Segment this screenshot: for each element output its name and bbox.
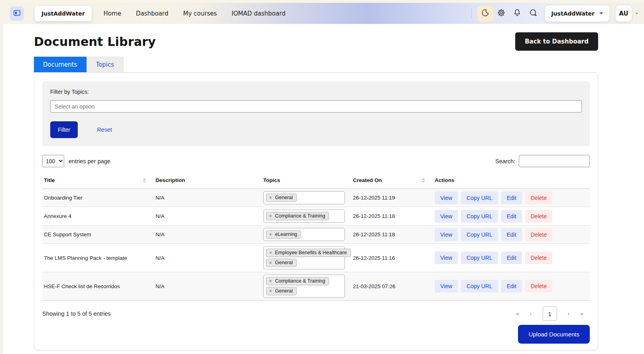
column-header-title[interactable]: Title xyxy=(42,173,154,189)
remove-tag-icon[interactable]: × xyxy=(269,195,272,200)
document-title: HSE-F Check list de Recorridos xyxy=(42,272,154,301)
back-to-dashboard-button[interactable]: Back to Dashboard xyxy=(515,32,598,51)
bell-icon xyxy=(513,8,522,18)
tab-documents[interactable]: Documents xyxy=(34,57,87,72)
document-actions: ViewCopy URLEditDelete xyxy=(433,207,590,225)
tab-topics[interactable]: Topics xyxy=(87,57,124,72)
delete-button[interactable]: Delete xyxy=(525,210,552,223)
view-button[interactable]: View xyxy=(435,280,458,293)
document-actions: ViewCopy URLEditDelete xyxy=(433,225,590,244)
topic-tag-label: Compliance & Training xyxy=(275,213,325,219)
avatar[interactable]: AU xyxy=(616,6,632,22)
table-row: HSE-F Check list de RecorridosN/A×Compli… xyxy=(42,272,590,301)
search-input[interactable] xyxy=(519,155,590,167)
remove-tag-icon[interactable]: × xyxy=(269,214,272,218)
edit-button[interactable]: Edit xyxy=(501,210,522,223)
topic-tag-label: Employee Benefits & Healthcare xyxy=(275,250,347,255)
table-row: Annexure 4N/A×Compliance & Training26-12… xyxy=(42,207,590,225)
topic-tag: ×General xyxy=(266,194,297,202)
view-button[interactable]: View xyxy=(435,228,458,241)
edit-button[interactable]: Edit xyxy=(501,192,522,204)
document-title: CE Support System xyxy=(42,225,154,244)
nav-link-my-courses[interactable]: My courses xyxy=(183,10,217,17)
topic-tag: ×Compliance & Training xyxy=(266,212,329,220)
pagination-page-1-button[interactable]: 1 xyxy=(543,307,557,321)
chat-icon xyxy=(529,8,538,19)
topics-select-box[interactable]: ×General xyxy=(263,191,345,204)
filter-button[interactable]: Filter xyxy=(50,121,78,138)
pagination-first-button[interactable]: « xyxy=(516,310,519,317)
topic-tag: ×General xyxy=(266,259,297,267)
sort-icon[interactable] xyxy=(422,178,425,183)
topic-tag: ×eLearning xyxy=(266,230,301,239)
document-created-on: 26-12-2025 11:18 xyxy=(351,207,433,225)
topics-select-box[interactable]: ×Employee Benefits & Healthcare×General xyxy=(263,246,345,269)
page-size-select[interactable]: 100 xyxy=(42,155,64,167)
delete-button[interactable]: Delete xyxy=(525,280,552,293)
topics-select-box[interactable]: ×eLearning xyxy=(263,228,345,241)
view-button[interactable]: View xyxy=(435,251,458,264)
remove-tag-icon[interactable]: × xyxy=(269,289,272,293)
topics-select-box[interactable]: ×Compliance & Training xyxy=(263,210,345,223)
pagination: « ‹ 1 › » xyxy=(516,307,583,321)
filter-panel: Filter by Topics: Filter Reset xyxy=(42,81,590,146)
reset-link[interactable]: Reset xyxy=(97,127,112,133)
user-menu-dropdown[interactable]: JustAddWater xyxy=(545,6,609,22)
delete-button[interactable]: Delete xyxy=(525,228,552,241)
documents-panel: Filter by Topics: Filter Reset 100 entri… xyxy=(34,72,598,350)
chevron-down-icon xyxy=(599,12,603,14)
edit-button[interactable]: Edit xyxy=(501,280,522,293)
pagination-next-button[interactable]: › xyxy=(568,310,570,317)
copy-url-button[interactable]: Copy URL xyxy=(461,192,498,204)
delete-button[interactable]: Delete xyxy=(525,192,552,204)
table-controls: 100 entries per page Search: xyxy=(42,155,590,167)
filter-by-topics-label: Filter by Topics: xyxy=(50,89,582,95)
remove-tag-icon[interactable]: × xyxy=(269,250,272,255)
document-created-on: 26-12-2025 11:16 xyxy=(351,244,433,272)
navbar-right-group: JustAddWater AU xyxy=(471,6,638,22)
sidebar-toggle-button[interactable] xyxy=(10,6,24,21)
delete-button[interactable]: Delete xyxy=(525,251,552,264)
document-title: Annexure 4 xyxy=(42,207,154,225)
documents-table-body: Onboarding TierN/A×General26-12-2025 11:… xyxy=(42,189,590,301)
upload-documents-button[interactable]: Upload Documents xyxy=(518,325,590,344)
pagination-last-button[interactable]: » xyxy=(580,310,583,317)
document-description: N/A xyxy=(154,244,262,272)
column-header-created-on[interactable]: Created On xyxy=(351,173,433,189)
brand-logo[interactable]: JustAddWater xyxy=(35,6,92,21)
settings-button[interactable] xyxy=(493,6,509,22)
column-header-topics: Topics xyxy=(262,173,351,189)
document-topics: ×Compliance & Training×General xyxy=(262,272,351,301)
sort-icon[interactable] xyxy=(143,178,146,183)
document-actions: ViewCopy URLEditDelete xyxy=(433,272,590,301)
document-title: The LMS Planning Pack - template xyxy=(42,244,154,272)
topics-select-box[interactable]: ×Compliance & Training×General xyxy=(263,275,345,298)
avatar-chevron-down-icon[interactable] xyxy=(635,13,638,14)
edit-button[interactable]: Edit xyxy=(501,228,522,241)
view-button[interactable]: View xyxy=(435,192,458,204)
topic-tag: ×Employee Benefits & Healthcare xyxy=(266,249,351,257)
top-navbar: JustAddWater HomeDashboardMy coursesIOMA… xyxy=(0,0,644,24)
nav-link-home[interactable]: Home xyxy=(104,10,121,17)
table-row: The LMS Planning Pack - templateN/A×Empl… xyxy=(42,244,590,272)
copy-url-button[interactable]: Copy URL xyxy=(461,228,498,241)
copy-url-button[interactable]: Copy URL xyxy=(461,251,498,264)
remove-tag-icon[interactable]: × xyxy=(269,232,272,237)
dark-mode-toggle-button[interactable] xyxy=(477,6,493,22)
table-footer: Showing 1 to 5 of 5 entries « ‹ 1 › » xyxy=(42,307,590,321)
copy-url-button[interactable]: Copy URL xyxy=(461,210,498,223)
nav-link-iomad-dashboard[interactable]: IOMAD dashboard xyxy=(232,10,286,17)
messages-button[interactable] xyxy=(525,6,541,22)
gear-icon xyxy=(497,8,506,18)
remove-tag-icon[interactable]: × xyxy=(269,279,272,283)
view-button[interactable]: View xyxy=(435,210,458,223)
document-created-on: 26-12-2025 11:19 xyxy=(351,189,433,207)
nav-link-dashboard[interactable]: Dashboard xyxy=(136,10,168,17)
copy-url-button[interactable]: Copy URL xyxy=(461,280,498,293)
notifications-button[interactable] xyxy=(509,6,525,22)
edit-button[interactable]: Edit xyxy=(501,251,522,264)
remove-tag-icon[interactable]: × xyxy=(269,260,272,265)
topics-filter-select[interactable] xyxy=(50,100,582,113)
pagination-prev-button[interactable]: ‹ xyxy=(530,310,532,317)
document-topics: ×eLearning xyxy=(262,225,351,244)
